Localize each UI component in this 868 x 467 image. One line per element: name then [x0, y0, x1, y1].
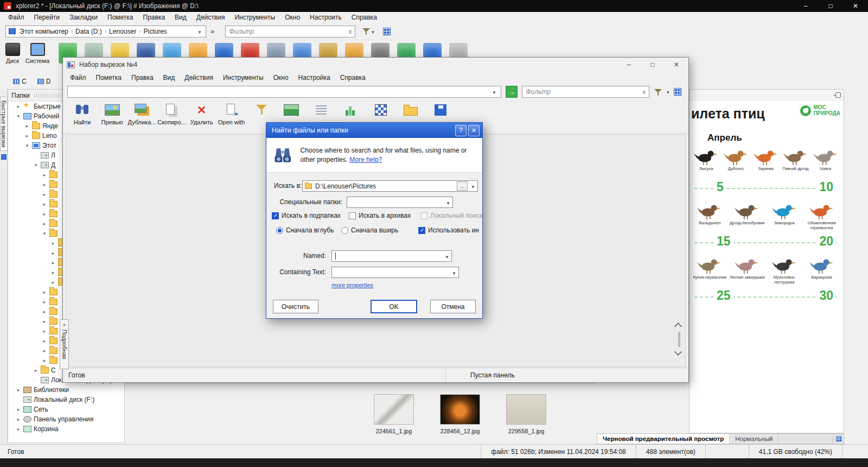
browse-button[interactable]: ... — [457, 181, 468, 191]
toolbar-button[interactable]: Превью — [97, 100, 127, 133]
tree-expander-icon[interactable]: ▸ — [42, 182, 47, 187]
quick-clips-tab[interactable]: Быстрые вырезки — [0, 97, 8, 151]
menu-item[interactable]: Справка — [347, 12, 382, 22]
preview-mode-tab[interactable]: Нормальный — [730, 434, 778, 444]
tree-expander-icon[interactable]: ▸ — [50, 250, 56, 256]
menu-item[interactable]: Действия — [180, 73, 218, 83]
tree-expander-icon[interactable]: ▸ — [42, 172, 47, 178]
scroll-up-icon[interactable] — [674, 322, 682, 329]
look-in-combobox[interactable]: D:\Lenouser\Pictures ... — [302, 180, 478, 192]
depth-first-radio[interactable]: Сначала вглубь — [276, 226, 334, 234]
minimize-icon[interactable] — [617, 58, 641, 72]
tree-expander-icon[interactable]: ▸ — [42, 299, 47, 305]
close-icon[interactable] — [665, 58, 688, 72]
menu-item[interactable]: Окно — [280, 12, 305, 22]
funnel-dropdown-icon[interactable] — [667, 88, 669, 96]
tree-expander-icon[interactable]: ▸ — [24, 133, 30, 138]
named-combobox[interactable] — [331, 250, 452, 262]
tree-item[interactable]: Локальный диск (F:) — [8, 395, 124, 405]
menu-item[interactable]: Перейти — [29, 12, 65, 22]
tree-expander-icon[interactable]: ▸ — [42, 348, 47, 354]
menu-item[interactable]: Пометка — [91, 73, 127, 83]
breadcrumb-item[interactable]: Lenouser — [108, 28, 137, 35]
combo-dropdown-icon[interactable] — [450, 269, 458, 276]
tree-expander-icon[interactable]: ▸ — [16, 416, 21, 422]
child-filter-input[interactable] — [526, 88, 643, 96]
close-pane-icon[interactable] — [63, 321, 66, 329]
close-icon[interactable] — [843, 0, 868, 12]
menu-item[interactable]: Настройка — [293, 73, 335, 83]
file-thumbnail[interactable]: 224561_1.jpg — [370, 394, 418, 434]
file-thumbnail[interactable]: 229558_1.jpg — [502, 394, 550, 434]
toolbar-overflow-icon[interactable] — [210, 27, 214, 35]
menu-item[interactable]: Действия — [192, 12, 230, 22]
menu-item[interactable]: Инструменты — [229, 12, 280, 22]
breadcrumb[interactable]: Этот компьютер › Data (D:) › Lenouser › … — [5, 26, 206, 37]
view-grid-icon[interactable] — [674, 88, 681, 96]
main-filter-input[interactable] — [229, 28, 349, 35]
breadcrumb-item[interactable]: Data (D:) — [74, 28, 103, 35]
tree-expander-icon[interactable]: ▸ — [16, 426, 21, 432]
menu-item[interactable]: Правка — [126, 73, 158, 83]
menu-item[interactable]: Файл — [65, 73, 91, 83]
tree-expander-icon[interactable]: ▸ — [16, 407, 21, 412]
cancel-button[interactable]: Отмена — [430, 300, 476, 313]
help-icon[interactable] — [455, 125, 467, 136]
tree-expander-icon[interactable]: ▾ — [33, 162, 39, 168]
tree-expander-icon[interactable]: ▸ — [42, 221, 47, 226]
menu-item[interactable]: Пометка — [103, 12, 138, 22]
toolbar-button[interactable]: Скопиро... — [157, 100, 187, 133]
tree-expander-icon[interactable]: ▸ — [42, 289, 47, 295]
preview-mode-tab[interactable]: Черновой предварительный просмотр — [597, 434, 730, 444]
detail-pane-tab[interactable]: Подробная — [60, 319, 69, 369]
dialog-titlebar[interactable]: Найти файлы или папки — [266, 123, 482, 138]
menu-item[interactable]: Окно — [269, 73, 293, 83]
tree-expander-icon[interactable]: ▸ — [42, 329, 47, 334]
toolbar-button[interactable]: Open with — [216, 100, 246, 133]
tree-expander-icon[interactable]: ▾ — [42, 231, 47, 236]
tree-expander-icon[interactable]: ▸ — [50, 260, 56, 266]
filter-funnel-icon[interactable] — [362, 27, 371, 35]
combo-dropdown-icon[interactable] — [443, 253, 451, 260]
tree-expander-icon[interactable]: ▸ — [50, 270, 56, 275]
tree-expander-icon[interactable]: ▸ — [16, 104, 21, 109]
tree-item[interactable]: ▸ Панель управления — [8, 414, 124, 424]
more-properties-link[interactable]: more properties — [331, 282, 373, 288]
tree-expander-icon[interactable]: ▸ — [42, 338, 47, 344]
breadth-first-radio[interactable]: Сначала вширь — [341, 226, 398, 234]
tree-expander-icon[interactable]: ▸ — [42, 192, 47, 197]
toolbar-big-button[interactable]: Система — [25, 40, 50, 75]
menu-item[interactable]: Вид — [170, 12, 192, 22]
tree-expander-icon[interactable]: ▸ — [50, 280, 56, 285]
drive-tab[interactable]: C — [10, 76, 30, 87]
search-archives-checkbox[interactable]: Искать в архивах — [349, 212, 411, 219]
search-subfolders-checkbox[interactable]: Искать в подпапках — [272, 212, 341, 219]
funnel-dropdown-icon[interactable] — [372, 28, 374, 35]
pin-icon[interactable] — [835, 92, 841, 98]
breadcrumb-item[interactable]: Этот компьютер — [18, 28, 69, 35]
filter-funnel-icon[interactable] — [654, 88, 662, 96]
tree-expander-icon[interactable]: ▸ — [42, 358, 47, 363]
tree-item[interactable]: ▸ Корзина — [8, 424, 124, 434]
child-titlebar[interactable]: Набор вырезок №4 — [63, 58, 688, 72]
menu-item[interactable]: Настроить — [305, 12, 347, 22]
combo-dropdown-icon[interactable] — [469, 182, 477, 190]
go-button[interactable] — [506, 86, 518, 98]
tree-expander-icon[interactable]: ▸ — [42, 319, 47, 324]
tree-expander-icon[interactable]: ▸ — [42, 211, 47, 217]
ok-button[interactable]: OK — [371, 300, 417, 313]
tree-item[interactable]: ▸ Сеть — [8, 405, 124, 414]
containing-text-combobox[interactable] — [331, 267, 459, 278]
combo-dropdown-icon[interactable] — [444, 199, 452, 206]
breadcrumb-dropdown-icon[interactable] — [195, 28, 204, 35]
menu-item[interactable]: Инструменты — [218, 73, 269, 83]
menu-item[interactable]: Файл — [3, 12, 29, 22]
toolbar-button[interactable]: Найти — [67, 100, 97, 133]
combo-dropdown-icon[interactable] — [490, 88, 499, 96]
tree-item[interactable]: ▸ Библиотеки — [8, 385, 124, 395]
use-index-checkbox[interactable]: Использовать ин — [418, 226, 479, 234]
menu-item[interactable]: Вид — [158, 73, 180, 83]
tree-expander-icon[interactable]: ▸ — [42, 201, 47, 207]
pane-options-button[interactable] — [833, 434, 844, 444]
menu-item[interactable]: Правка — [138, 12, 170, 22]
